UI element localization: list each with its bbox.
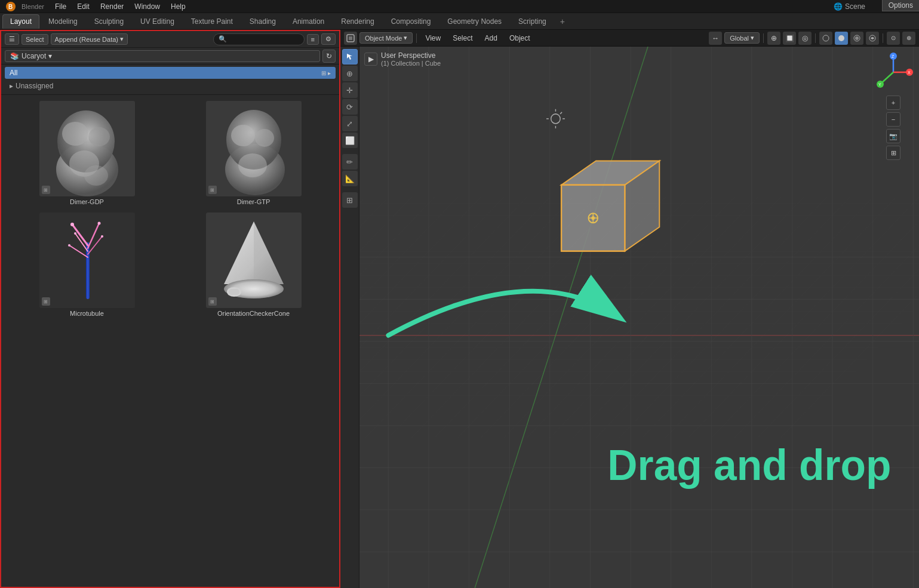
menu-edit[interactable]: Edit [72, 1, 94, 12]
menu-render[interactable]: Render [96, 1, 128, 12]
mode-chevron: ▾ [404, 34, 407, 42]
wireframe-btn[interactable] [819, 32, 832, 45]
viewport-main: ⊕ ✛ ⟳ ⤢ ⬜ ✏ 📐 ⊞ [340, 47, 919, 588]
asset-toolbar: ☰ Select Append (Reuse Data) ▾ 🔍 ≡ ⚙ [1, 31, 339, 48]
material-btn[interactable] [850, 32, 863, 45]
viewport-3d[interactable]: Drag and drop ▶ User Perspective (1) Col… [359, 47, 919, 588]
object-mode-btn[interactable]: Object Mode ▾ [359, 32, 413, 44]
object-mode-label: Object Mode [365, 35, 402, 42]
menu-window[interactable]: Window [130, 1, 165, 12]
transform-icon[interactable]: ↔ [709, 32, 722, 45]
svg-point-24 [68, 244, 70, 247]
options-button[interactable]: Options [882, 0, 919, 11]
camera-btn[interactable]: 📷 [886, 129, 900, 143]
tab-uv-editing[interactable]: UV Editing [133, 14, 182, 29]
svg-point-11 [255, 129, 274, 147]
tab-modeling[interactable]: Modeling [41, 14, 85, 29]
library-chevron: ▾ [48, 52, 52, 60]
settings-btn[interactable]: ⚙ [321, 33, 336, 45]
tab-animation[interactable]: Animation [285, 14, 332, 29]
menu-file[interactable]: File [50, 1, 71, 12]
solid-btn[interactable] [835, 32, 848, 45]
svg-point-32 [823, 35, 829, 41]
search-icon: 🔍 [219, 35, 227, 43]
separator-4 [883, 33, 883, 43]
tool-transform[interactable]: ⬜ [342, 133, 358, 148]
svg-rect-31 [349, 36, 352, 40]
transform-space-btn[interactable]: Global ▾ [724, 32, 760, 44]
svg-point-4 [62, 122, 88, 146]
object-menu[interactable]: Object [505, 33, 535, 44]
panel-mode-btn[interactable]: ☰ [5, 33, 19, 45]
asset-thumb-dimer-gdp: ⊞ [39, 101, 135, 196]
pivot-btn[interactable]: ⊕ [767, 32, 780, 45]
tool-rotate[interactable]: ⟳ [342, 99, 358, 115]
search-bar[interactable]: 🔍 [213, 33, 305, 45]
asset-item-dimer-gdp[interactable]: ⊞ Dimer-GDP [4, 97, 170, 209]
main-layout: ☰ Select Append (Reuse Data) ▾ 🔍 ≡ ⚙ [0, 30, 919, 588]
left-tool-strip: ⊕ ✛ ⟳ ⤢ ⬜ ✏ 📐 ⊞ [340, 47, 359, 588]
tab-layout[interactable]: Layout [2, 14, 39, 29]
menu-help[interactable]: Help [166, 1, 190, 12]
tool-select[interactable] [342, 49, 358, 64]
tab-sculpting[interactable]: Sculpting [87, 14, 131, 29]
select-label: Select [26, 36, 44, 43]
top-menubar: B Blender File Edit Render Window Help 🌐… [0, 0, 919, 13]
tab-add[interactable]: + [555, 14, 570, 29]
filter-btn[interactable]: ≡ [307, 34, 319, 45]
tab-geometry-nodes[interactable]: Geometry Nodes [439, 14, 509, 29]
view-menu[interactable]: View [420, 33, 445, 44]
asset-thumb-dimer-gtp: ⊞ [206, 101, 302, 196]
transform-chevron: ▾ [751, 34, 754, 42]
transform-space-label: Global [730, 35, 749, 42]
overlay-btn[interactable]: ⊙ [887, 32, 900, 45]
tool-cursor[interactable]: ⊕ [342, 66, 358, 81]
asset-preview-microtubule [39, 213, 135, 308]
category-unassigned[interactable]: ▸ Unassigned [5, 80, 336, 92]
refresh-btn[interactable]: ↻ [322, 50, 336, 63]
viewport-grid: Drag and drop [359, 47, 919, 588]
zoom-out-btn[interactable]: − [886, 112, 900, 127]
rendered-btn[interactable] [866, 32, 879, 45]
tool-annotate[interactable]: ✏ [342, 154, 358, 170]
asset-corner-icon-dimer-gtp: ⊞ [208, 186, 217, 194]
viewport-camera-icon: ▶ [364, 53, 377, 66]
add-category-icon[interactable]: ⊞ [321, 70, 326, 76]
select-menu[interactable]: Select [448, 33, 477, 44]
tool-measure[interactable]: 📐 [342, 171, 358, 186]
grid-btn[interactable]: ⊞ [886, 146, 900, 160]
library-name-btn[interactable]: 📚 Ucaryot ▾ [5, 50, 320, 62]
zoom-in-btn[interactable]: + [886, 96, 900, 110]
tab-rendering[interactable]: Rendering [333, 14, 382, 29]
library-selector: 📚 Ucaryot ▾ ↻ [1, 48, 339, 64]
snap-btn[interactable]: 🔲 [783, 32, 796, 45]
tab-compositing[interactable]: Compositing [383, 14, 439, 29]
add-menu[interactable]: Add [480, 33, 502, 44]
tab-texture-paint[interactable]: Texture Paint [183, 14, 241, 29]
svg-text:B: B [8, 4, 13, 10]
svg-point-5 [88, 127, 110, 146]
category-all[interactable]: All ⊞ ▸ [5, 67, 336, 79]
tool-move[interactable]: ✛ [342, 82, 358, 98]
proportional-btn[interactable]: ◎ [798, 32, 812, 45]
append-mode-btn[interactable]: Append (Reuse Data) ▾ [51, 33, 128, 45]
asset-item-cone[interactable]: ⊞ OrientationCheckerCone [170, 209, 337, 321]
asset-item-microtubule[interactable]: ⊞ Microtubule [4, 209, 170, 321]
select-btn[interactable]: Select [21, 34, 48, 45]
blender-logo: B [5, 1, 17, 13]
asset-name-microtubule: Microtubule [70, 310, 104, 317]
svg-text:X: X [908, 70, 911, 75]
asset-thumb-microtubule: ⊞ [39, 213, 135, 308]
tab-scripting[interactable]: Scripting [511, 14, 554, 29]
tab-shading[interactable]: Shading [242, 14, 284, 29]
svg-point-10 [231, 125, 255, 146]
asset-name-cone: OrientationCheckerCone [217, 310, 290, 317]
viewport-type-btn[interactable] [344, 32, 357, 45]
separator-1 [416, 33, 417, 43]
svg-text:Y: Y [878, 82, 881, 87]
tool-add[interactable]: ⊞ [342, 192, 358, 208]
orientation-gizmo[interactable]: Z X Y [872, 51, 914, 93]
tool-scale[interactable]: ⤢ [342, 116, 358, 131]
asset-item-dimer-gtp[interactable]: ⊞ Dimer-GTP [170, 97, 337, 209]
gizmo-btn[interactable]: ⊕ [902, 32, 915, 45]
